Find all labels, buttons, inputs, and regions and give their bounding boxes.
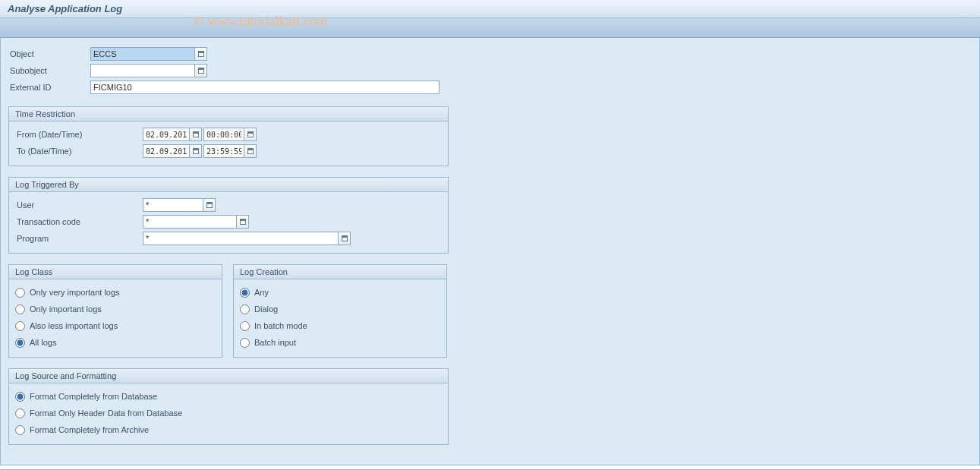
row-from: From (Date/Time): [15, 126, 442, 143]
to-time-f4-button[interactable]: [244, 144, 257, 158]
to-label: To (Date/Time): [15, 147, 143, 156]
to-date-f4-button[interactable]: [190, 144, 202, 158]
group-log-source: Log Source and Formatting Format Complet…: [8, 368, 449, 445]
tcode-input[interactable]: [143, 215, 237, 229]
group-log-creation: Log Creation Any Dialog In batch mode Ba…: [233, 264, 447, 358]
external-id-input[interactable]: [90, 80, 440, 94]
row-subobject: Subobject: [8, 62, 972, 79]
f4-icon: [193, 131, 199, 137]
logsource-opt1[interactable]: Format Completely from Database: [15, 388, 442, 405]
logsource-opt3[interactable]: Format Completely from Archive: [15, 421, 442, 438]
program-input[interactable]: [143, 232, 339, 245]
object-f4-button[interactable]: [195, 47, 207, 61]
logsource-label-2: Format Only Header Data from Database: [30, 408, 182, 418]
row-program: Program: [15, 230, 442, 247]
f4-icon: [342, 235, 348, 241]
group-header-triggered: Log Triggered By: [9, 178, 448, 192]
f4-icon: [198, 68, 204, 74]
logclass-radio-4[interactable]: [15, 338, 25, 348]
program-f4-button[interactable]: [339, 232, 351, 245]
group-time-restriction: Time Restriction From (Date/Time) To (Da…: [8, 106, 449, 166]
f4-icon: [247, 131, 254, 137]
from-time-input[interactable]: [203, 128, 244, 141]
program-label: Program: [15, 234, 143, 243]
logclass-label-3: Also less important logs: [30, 321, 118, 330]
group-header-log-source: Log Source and Formatting: [9, 369, 448, 383]
logclass-opt2[interactable]: Only important logs: [15, 301, 216, 317]
logclass-radio-1[interactable]: [15, 288, 25, 298]
logclass-opt1[interactable]: Only very important logs: [15, 284, 216, 301]
logclass-radio-2[interactable]: [15, 304, 25, 314]
logcreation-radio-1[interactable]: [240, 288, 250, 298]
app-frame: Analyse Application Log © www.tutorialka…: [0, 0, 980, 470]
logcreation-opt4[interactable]: Batch input: [240, 334, 440, 351]
logcreation-label-1: Any: [254, 288, 269, 297]
to-time-input[interactable]: [203, 144, 244, 158]
logcreation-label-2: Dialog: [254, 304, 278, 314]
subobject-input[interactable]: [90, 64, 195, 77]
from-label: From (Date/Time): [15, 130, 143, 139]
row-object: Object: [8, 46, 972, 62]
logcreation-label-4: Batch input: [254, 338, 296, 347]
row-external-id: External ID: [8, 79, 972, 96]
group-header-time: Time Restriction: [9, 107, 448, 121]
page-title: Analyse Application Log: [0, 0, 980, 18]
body-area: Object Subobject External ID Time Restri…: [0, 38, 980, 465]
to-date-input[interactable]: [143, 144, 190, 158]
f4-icon: [198, 51, 204, 57]
logcreation-radio-2[interactable]: [240, 304, 250, 314]
logsource-opt2[interactable]: Format Only Header Data from Database: [15, 405, 442, 421]
object-input[interactable]: [90, 47, 195, 61]
logclass-radio-3[interactable]: [15, 321, 25, 331]
f4-icon: [247, 148, 254, 154]
group-header-log-class: Log Class: [9, 265, 222, 279]
logsource-radio-2[interactable]: [15, 408, 25, 418]
tcode-label: Transaction code: [15, 217, 143, 226]
from-date-f4-button[interactable]: [190, 128, 202, 141]
logcreation-radio-4[interactable]: [240, 338, 250, 348]
logcreation-opt2[interactable]: Dialog: [240, 301, 440, 317]
f4-icon: [240, 219, 246, 225]
logsource-radio-3[interactable]: [15, 425, 25, 435]
logclass-label-2: Only important logs: [30, 304, 102, 314]
logsource-label-3: Format Completely from Archive: [30, 425, 149, 434]
group-log-class: Log Class Only very important logs Only …: [8, 264, 222, 358]
row-tcode: Transaction code: [15, 213, 442, 230]
subobject-label: Subobject: [8, 66, 90, 75]
logclass-opt4[interactable]: All logs: [15, 334, 216, 351]
from-date-input[interactable]: [143, 128, 190, 141]
f4-icon: [193, 148, 199, 154]
group-header-log-creation: Log Creation: [234, 265, 446, 279]
object-label: Object: [8, 49, 90, 58]
logsource-label-1: Format Completely from Database: [30, 392, 157, 401]
row-class-creation: Log Class Only very important logs Only …: [8, 264, 972, 358]
logsource-radio-1[interactable]: [15, 392, 25, 402]
row-user: User: [15, 197, 442, 213]
user-input[interactable]: [143, 198, 203, 212]
f4-icon: [206, 202, 213, 208]
subobject-f4-button[interactable]: [195, 64, 207, 77]
logcreation-opt1[interactable]: Any: [240, 284, 440, 301]
logclass-label-1: Only very important logs: [30, 288, 120, 297]
toolbar: © www.tutorialkart.com: [0, 18, 980, 38]
user-f4-button[interactable]: [203, 198, 216, 212]
row-to: To (Date/Time): [15, 143, 442, 159]
logcreation-label-3: In batch mode: [254, 321, 307, 330]
external-id-label: External ID: [8, 83, 90, 92]
logcreation-opt3[interactable]: In batch mode: [240, 317, 440, 334]
logcreation-radio-3[interactable]: [240, 321, 250, 331]
logclass-label-4: All logs: [30, 338, 56, 347]
user-label: User: [15, 200, 143, 210]
tcode-f4-button[interactable]: [237, 215, 249, 229]
from-time-f4-button[interactable]: [244, 128, 257, 141]
logclass-opt3[interactable]: Also less important logs: [15, 317, 216, 334]
group-triggered-by: Log Triggered By User Transaction code: [8, 177, 449, 254]
